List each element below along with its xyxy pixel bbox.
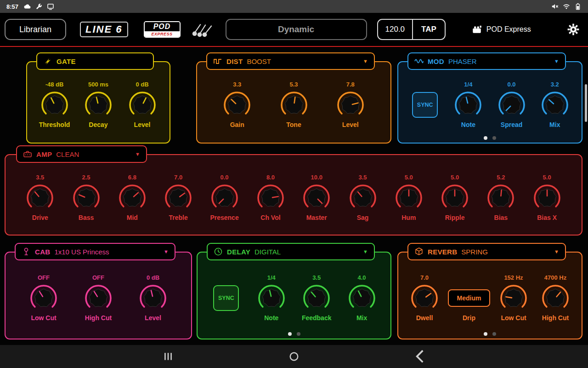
preset-selector[interactable]: Dynamic: [226, 19, 367, 40]
knob-low-cut: 152 HzLow Cut: [495, 274, 532, 322]
page-dot[interactable]: [297, 332, 300, 336]
page-dots[interactable]: [197, 332, 391, 336]
dist-icon: [213, 57, 222, 66]
knob-presence: 0.0Presence: [210, 174, 238, 221]
knob-threshold-dial[interactable]: [40, 91, 69, 119]
knob-treble-dial[interactable]: [164, 184, 192, 212]
knob-high-cut-dial[interactable]: [84, 284, 113, 312]
knob-mix-dial[interactable]: [348, 284, 376, 312]
mute-icon: [551, 3, 559, 10]
back-icon[interactable]: [415, 351, 425, 362]
librarian-button[interactable]: Librarian: [5, 19, 66, 40]
knob-value: 4700 Hz: [544, 274, 566, 283]
amp-icon: [23, 150, 32, 159]
cab-block-header[interactable]: CAB 1x10 US Princess ▼: [15, 243, 175, 260]
block-type-label: AMP: [36, 150, 52, 158]
knob-feedback-dial[interactable]: [302, 284, 331, 312]
knob-value: 152 Hz: [504, 274, 523, 283]
knob-master: 10.0Master: [302, 174, 331, 221]
reverb-block-header[interactable]: REVERB SPRING ▼: [407, 243, 566, 260]
knob-sag: 3.5Sag: [349, 174, 377, 221]
page-dot[interactable]: [484, 332, 487, 336]
knob-label: Bass: [79, 214, 94, 221]
knob-ch-vol-dial[interactable]: [256, 184, 285, 212]
knob-low-cut-dial[interactable]: [29, 284, 58, 312]
knob-presence-dial[interactable]: [210, 184, 239, 212]
knob-sag-dial[interactable]: [349, 184, 377, 212]
block-type-label: DIST: [226, 58, 243, 65]
knob-mix-dial[interactable]: [541, 91, 569, 119]
knob-label: Low Cut: [31, 314, 56, 322]
recents-icon[interactable]: [163, 351, 173, 362]
page-dots[interactable]: [397, 332, 582, 336]
gate-block: GATE -48 dBThreshold500 msDecay0 dBLevel: [26, 52, 170, 144]
knob-high-cut-dial[interactable]: [541, 284, 570, 312]
knob-value: 3.5: [36, 174, 44, 183]
knob-level-dial[interactable]: [336, 91, 365, 119]
knob-label: Low Cut: [501, 314, 526, 322]
chevron-down-icon[interactable]: ▼: [363, 249, 368, 254]
knob-note-dial[interactable]: [257, 284, 286, 312]
knob-gain: 3.3Gain: [218, 81, 256, 128]
knob-mix: 3.2Mix: [536, 81, 574, 128]
block-type-label: MOD: [428, 58, 444, 65]
knob-dwell-dial[interactable]: [410, 284, 439, 312]
knob-master-dial[interactable]: [302, 184, 331, 212]
page-dot[interactable]: [492, 136, 496, 140]
knob-label: Sag: [357, 214, 369, 221]
knob-level-dial[interactable]: [128, 91, 157, 119]
knob-tone-dial[interactable]: [280, 91, 308, 119]
knob-note-dial[interactable]: [454, 91, 482, 119]
dist-block-header[interactable]: DIST BOOST ▼: [206, 52, 375, 70]
device-status[interactable]: POD Express: [471, 24, 531, 35]
knob-drive-dial[interactable]: [26, 184, 54, 212]
sync-button[interactable]: SYNC: [412, 92, 438, 118]
chevron-down-icon[interactable]: ▼: [164, 249, 169, 254]
status-left: 8:57: [6, 3, 54, 10]
knob-ripple-dial[interactable]: [441, 184, 469, 212]
knob-label: Dwell: [416, 314, 433, 322]
knob-value: 0.0: [220, 174, 229, 183]
home-icon[interactable]: [289, 351, 299, 362]
page-dot[interactable]: [288, 332, 292, 336]
amp-block: AMP CLEAN ▼ 3.5Drive2.5Bass6.8Mid7.0Treb…: [5, 145, 582, 236]
settings-gear-icon[interactable]: [567, 23, 580, 36]
knob-low-cut-dial[interactable]: [499, 284, 528, 312]
delay-block: DELAY DIGITAL ▼ SYNC1/4Note3.5Feedback4.…: [197, 243, 391, 339]
knob-value: 1/4: [267, 274, 276, 283]
sync-button[interactable]: SYNC: [213, 285, 239, 311]
knob-bass-dial[interactable]: [72, 184, 101, 212]
knob-gain-dial[interactable]: [223, 91, 251, 119]
knob-label: Mix: [356, 314, 367, 322]
knob-bias-x-dial[interactable]: [533, 184, 561, 212]
knob-bias-x: 5.0Bias X: [533, 174, 561, 221]
mod-block-header[interactable]: MOD PHASER ▼: [407, 52, 566, 70]
knob-bias-dial[interactable]: [486, 184, 515, 212]
page-dot[interactable]: [484, 136, 487, 140]
page-dots[interactable]: [397, 136, 582, 140]
chevron-down-icon[interactable]: ▼: [554, 249, 559, 254]
chevron-down-icon[interactable]: ▼: [135, 151, 140, 157]
knob-spread-dial[interactable]: [498, 91, 526, 119]
knob-level-dial[interactable]: [139, 284, 167, 312]
knob-hum-dial[interactable]: [395, 184, 423, 212]
knob-label: Level: [145, 314, 161, 322]
android-nav-bar: [0, 345, 588, 368]
gate-block-header[interactable]: GATE: [36, 52, 154, 70]
scrollbar[interactable]: [585, 84, 587, 122]
guitars-icon[interactable]: [191, 21, 214, 38]
dist-block: DIST BOOST ▼ 3.3Gain5.3Tone7.8Level: [196, 52, 391, 144]
knob-mid-dial[interactable]: [118, 184, 147, 212]
drip-button[interactable]: Medium: [448, 289, 490, 307]
knob-value: OFF: [92, 274, 104, 283]
amp-block-header[interactable]: AMP CLEAN ▼: [16, 145, 147, 163]
app-header: Librarian LINE 6 POD EXPRESS Dynamic 120…: [0, 13, 588, 47]
knob-ripple: 5.0Ripple: [441, 174, 469, 221]
tap-button[interactable]: TAP: [413, 20, 445, 39]
knob-decay-dial[interactable]: [84, 91, 113, 119]
page-dot[interactable]: [492, 332, 496, 336]
chevron-down-icon[interactable]: ▼: [363, 58, 368, 64]
bpm-value[interactable]: 120.0: [378, 20, 413, 39]
delay-block-header[interactable]: DELAY DIGITAL ▼: [207, 243, 375, 260]
chevron-down-icon[interactable]: ▼: [554, 58, 559, 64]
